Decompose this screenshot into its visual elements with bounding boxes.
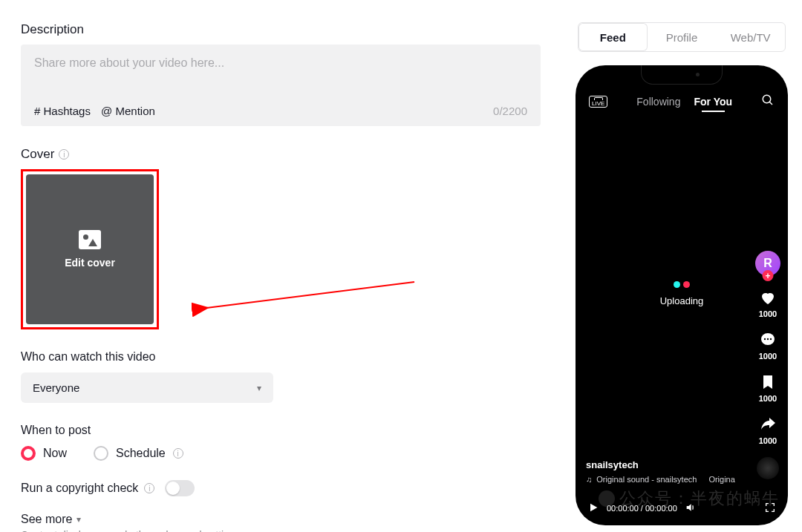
svg-point-5: [764, 338, 766, 340]
chevron-down-icon: ▾: [257, 383, 261, 393]
info-icon[interactable]: i: [144, 483, 154, 493]
bookmark-count: 1000: [759, 394, 777, 403]
phone-preview: LIVE Following For You Uploading R 1000: [576, 65, 788, 525]
cover-title: Cover: [21, 147, 54, 162]
sound-disc-icon[interactable]: [757, 457, 779, 479]
chevron-down-icon: ▾: [76, 514, 81, 525]
info-icon[interactable]: i: [59, 149, 69, 160]
tab-web[interactable]: Web/TV: [716, 23, 785, 51]
tab-following[interactable]: Following: [636, 96, 680, 108]
svg-point-7: [770, 338, 772, 340]
radio-now[interactable]: Now: [21, 446, 67, 461]
bookmark-icon: [758, 372, 777, 392]
like-count: 1000: [759, 309, 777, 318]
radio-now-label: Now: [43, 447, 67, 460]
preview-tabs: Feed Profile Web/TV: [578, 22, 786, 52]
svg-point-2: [763, 95, 771, 103]
heart-icon: [758, 288, 777, 307]
share-button[interactable]: 1000: [758, 415, 777, 445]
privacy-select[interactable]: Everyone ▾: [21, 372, 273, 403]
caption-sound[interactable]: ♫ Original sound - snailsytech Origina: [586, 475, 735, 484]
share-count: 1000: [759, 436, 777, 445]
caption-username[interactable]: snailsytech: [586, 459, 735, 470]
comment-button[interactable]: 1000: [758, 330, 777, 361]
tab-profile[interactable]: Profile: [648, 23, 717, 51]
music-note-icon: ♫: [586, 475, 592, 484]
avatar[interactable]: R: [755, 251, 780, 276]
live-icon[interactable]: LIVE: [589, 96, 607, 108]
copyright-toggle[interactable]: [165, 480, 195, 496]
play-icon[interactable]: [587, 502, 599, 515]
see-more-label: See more: [21, 513, 72, 526]
privacy-selected-value: Everyone: [33, 381, 79, 394]
svg-line-3: [769, 102, 772, 105]
info-icon[interactable]: i: [173, 448, 183, 459]
comment-count: 1000: [759, 352, 777, 361]
edit-cover-label: Edit cover: [65, 257, 115, 269]
edit-cover-button[interactable]: Edit cover: [26, 174, 154, 324]
when-title: When to post: [21, 424, 541, 437]
radio-icon-selected: [21, 446, 36, 461]
phone-notch: [641, 65, 723, 85]
like-button[interactable]: 1000: [758, 288, 777, 318]
image-icon: [79, 230, 101, 249]
svg-line-1: [206, 282, 414, 308]
description-box[interactable]: # Hashtags @ Mention 0/2200: [21, 45, 541, 126]
volume-icon[interactable]: [685, 502, 697, 515]
fullscreen-icon[interactable]: [764, 502, 776, 515]
tab-feed[interactable]: Feed: [578, 23, 648, 51]
radio-schedule-label: Schedule: [116, 447, 166, 460]
radio-schedule[interactable]: Schedule i: [94, 446, 183, 461]
copyright-title: Run a copyright check: [21, 482, 138, 495]
see-more-toggle[interactable]: See more ▾: [21, 513, 541, 526]
tab-for-you[interactable]: For You: [694, 96, 732, 108]
comment-icon: [758, 330, 777, 349]
description-input[interactable]: [34, 56, 527, 83]
share-icon: [758, 415, 777, 434]
radio-icon: [94, 446, 108, 461]
annotation-arrow: [192, 275, 429, 334]
mention-button[interactable]: @ Mention: [101, 105, 155, 117]
char-count: 0/2200: [493, 105, 527, 117]
privacy-title: Who can watch this video: [21, 350, 541, 364]
search-icon[interactable]: [761, 93, 775, 109]
player-time: 00:00:00 / 00:00:00: [607, 504, 677, 513]
cover-highlight-box: Edit cover: [21, 169, 159, 329]
bookmark-button[interactable]: 1000: [758, 372, 777, 403]
hashtags-button[interactable]: # Hashtags: [34, 105, 91, 117]
see-more-subtitle: Content disclosure and other advanced se…: [21, 529, 541, 532]
svg-point-6: [767, 338, 769, 340]
description-title: Description: [21, 22, 541, 37]
